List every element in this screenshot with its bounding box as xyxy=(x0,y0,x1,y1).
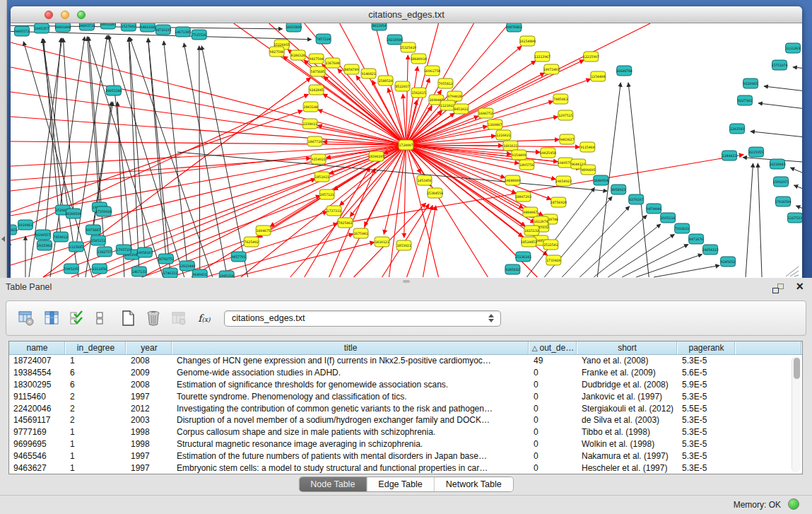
graph-node[interactable]: 9899695 xyxy=(581,165,596,175)
table-cell[interactable]: 2003 xyxy=(126,414,172,426)
table-row[interactable]: 969969511998Structural magnetic resonanc… xyxy=(9,438,802,450)
graph-node[interactable]: 18300295 xyxy=(368,151,384,161)
graph-node[interactable]: 2057121 xyxy=(319,189,334,199)
graph-node[interactable]: 1795723 xyxy=(116,245,131,255)
column-header-short[interactable]: short xyxy=(577,341,678,354)
graph-node[interactable]: 1216021 xyxy=(496,130,511,140)
table-cell[interactable]: 14569117 xyxy=(9,414,66,426)
table-cell[interactable]: 2008 xyxy=(126,379,172,391)
graph-node[interactable]: 9794028 xyxy=(447,91,462,101)
table-cell[interactable]: Tibbo et al. (1998) xyxy=(577,426,678,438)
graph-node[interactable]: 9154499 xyxy=(512,150,526,160)
table-cell[interactable]: 1997 xyxy=(126,391,172,403)
table-cell[interactable]: 5.3E-5 xyxy=(678,462,736,474)
table-cell[interactable]: 18724007 xyxy=(9,355,66,367)
graph-node[interactable]: 14671385 xyxy=(175,27,191,37)
graph-node[interactable]: 1851021 xyxy=(314,172,329,182)
graph-node[interactable]: 19654923 xyxy=(555,176,572,186)
table-cell[interactable]: 5.3E-5 xyxy=(678,438,736,450)
select-rows-icon[interactable] xyxy=(67,308,87,328)
graph-node[interactable]: 9242845 xyxy=(309,85,324,95)
table-row[interactable]: 1830029562008Estimation of significance … xyxy=(9,379,802,391)
graph-node[interactable]: 1167533 xyxy=(788,213,802,223)
graph-node[interactable]: 16782753 xyxy=(158,254,174,264)
table-cell[interactable]: 9699695 xyxy=(9,438,66,450)
table-cell[interactable]: 1 xyxy=(66,426,126,438)
table-cell[interactable]: Tourette syndrome. Phenomenology and cla… xyxy=(172,391,529,403)
graph-node[interactable]: 9245022 xyxy=(505,264,520,274)
graph-node[interactable]: 10973493 xyxy=(543,64,560,74)
graph-node[interactable]: 12215997 xyxy=(583,52,599,62)
graph-node[interactable]: 1640954 xyxy=(594,175,608,185)
table-cell[interactable]: 2012 xyxy=(126,403,172,415)
graph-node[interactable]: 8451021 xyxy=(454,104,469,114)
table-cell[interactable]: 0 xyxy=(529,462,577,474)
graph-node[interactable]: 8215955 xyxy=(749,147,764,157)
show-columns-icon[interactable] xyxy=(42,308,61,328)
graph-node[interactable]: 8454749 xyxy=(344,64,359,74)
graph-node[interactable]: 16210643 xyxy=(770,159,786,169)
graph-node[interactable]: 1601621 xyxy=(503,141,518,151)
graph-node[interactable]: 10688609 xyxy=(505,175,521,185)
table-cell[interactable]: 0 xyxy=(529,414,577,426)
column-header-name[interactable]: name xyxy=(9,341,66,354)
graph-node[interactable]: 17359928 xyxy=(95,206,112,216)
graph-node[interactable]: 5905195 xyxy=(64,264,78,274)
table-cell[interactable]: 18300295 xyxy=(9,379,66,391)
table-cell[interactable]: Jankovic et al. (1997) xyxy=(577,391,678,403)
delete-table-icon[interactable] xyxy=(143,308,163,328)
function-builder-icon[interactable]: f(x) xyxy=(194,308,214,328)
graph-node[interactable]: 19218506 xyxy=(387,35,403,45)
graph-node[interactable]: 15136141 xyxy=(515,252,531,262)
table-scrollbar[interactable] xyxy=(792,356,801,472)
graph-node[interactable]: 10719135 xyxy=(155,25,171,35)
graph-node[interactable]: 9827506 xyxy=(269,47,284,57)
graph-node[interactable]: 1115685 xyxy=(69,242,83,252)
graph-node[interactable]: 1615132 xyxy=(524,226,539,235)
graph-node[interactable]: 1646752 xyxy=(478,108,493,118)
graph-node[interactable]: 1612074 xyxy=(534,216,548,226)
graph-node[interactable]: 18640910 xyxy=(411,54,427,64)
graph-node[interactable]: 10654112 xyxy=(702,245,719,255)
table-cell[interactable]: 0 xyxy=(529,438,577,450)
table-cell[interactable]: 5.3E-5 xyxy=(678,391,736,403)
panel-collapse-arrow-icon[interactable] xyxy=(1,236,5,242)
table-cell[interactable]: 0 xyxy=(529,367,577,379)
table-cell[interactable]: 6 xyxy=(66,367,126,379)
table-cell[interactable]: 5.6E-5 xyxy=(678,367,736,379)
graph-node[interactable]: 1853021 xyxy=(396,240,411,250)
table-cell[interactable]: 5.3E-5 xyxy=(678,414,736,426)
graph-node[interactable]: 1919061 xyxy=(18,220,33,230)
graph-node[interactable]: 8813054 xyxy=(372,23,387,30)
network-window-titlebar[interactable]: citations_edges.txt xyxy=(11,6,802,23)
table-cell[interactable]: 5.3E-5 xyxy=(678,450,736,462)
table-cell[interactable]: Nakamura et al. (1997) xyxy=(577,450,678,462)
table-cell[interactable]: 1998 xyxy=(126,438,172,450)
table-cell[interactable]: Corpus callosum shape and size in male p… xyxy=(172,426,529,438)
graph-node[interactable]: 9405572 xyxy=(14,26,29,36)
graph-node[interactable]: 8186328 xyxy=(290,50,305,60)
canvas-resize-grip[interactable] xyxy=(794,275,799,276)
graph-node[interactable]: 7515526 xyxy=(192,30,206,40)
table-cell[interactable]: 49 xyxy=(529,355,577,367)
graph-node[interactable]: 9245652 xyxy=(721,257,736,267)
graph-node[interactable]: 2238011 xyxy=(302,119,317,129)
graph-node[interactable]: 1121022 xyxy=(440,100,455,110)
graph-node[interactable]: 7850012 xyxy=(53,232,68,242)
graph-node[interactable]: 16648784 xyxy=(616,66,632,76)
table-cell[interactable]: Yano et al. (2008) xyxy=(577,355,678,367)
float-panel-icon[interactable] xyxy=(772,284,784,293)
graph-node[interactable]: 18524851 xyxy=(521,237,537,247)
column-header-in-degree[interactable]: in_degree xyxy=(66,341,126,354)
graph-node[interactable]: 9190557 xyxy=(35,230,50,240)
tab-network-table[interactable]: Network Table xyxy=(435,477,513,491)
graph-node[interactable]: 16033809 xyxy=(286,23,302,32)
graph-node[interactable]: 2211456 xyxy=(92,264,107,274)
graph-node[interactable]: 15751074 xyxy=(772,60,788,70)
graph-node[interactable]: 1203583 xyxy=(730,124,745,134)
graph-node[interactable]: 7932621 xyxy=(675,223,690,233)
table-cell[interactable]: 9465546 xyxy=(9,450,66,462)
graph-node[interactable]: 9227341 xyxy=(738,95,753,105)
graph-node[interactable]: 1746331 xyxy=(163,268,177,278)
graph-node[interactable]: 15325419 xyxy=(400,42,416,52)
